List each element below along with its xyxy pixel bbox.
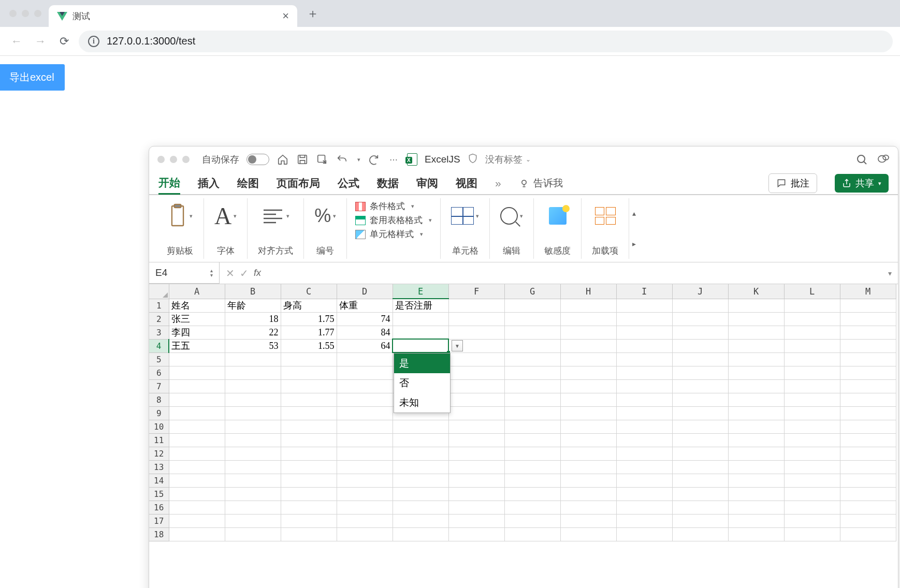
ribbon-tab-insert[interactable]: 插入: [198, 173, 220, 194]
cell[interactable]: [616, 299, 672, 312]
cell[interactable]: [840, 460, 896, 474]
cell[interactable]: [448, 487, 504, 501]
cell[interactable]: [448, 433, 504, 447]
save-as-icon[interactable]: [316, 153, 328, 166]
ribbon-group-alignment[interactable]: ▾ 对齐方式: [248, 198, 304, 259]
spreadsheet-grid[interactable]: ABCDEFGHIJKLM1姓名年龄身高体重是否注册2张三181.75743李四…: [149, 284, 898, 588]
cell[interactable]: [672, 420, 728, 433]
cell[interactable]: [784, 312, 840, 326]
ribbon-group-sensitivity[interactable]: 敏感度: [534, 198, 582, 259]
cell[interactable]: [840, 420, 896, 433]
column-header[interactable]: A: [169, 284, 225, 299]
cell[interactable]: [169, 406, 225, 420]
accept-formula-icon[interactable]: ✓: [240, 267, 249, 280]
cell[interactable]: [672, 366, 728, 379]
cell[interactable]: [560, 527, 616, 541]
cell[interactable]: [728, 299, 784, 312]
cell[interactable]: [504, 393, 560, 406]
cell[interactable]: [281, 460, 337, 474]
cell[interactable]: [560, 326, 616, 339]
cell[interactable]: [169, 420, 225, 433]
cell[interactable]: [448, 312, 504, 326]
cell[interactable]: [672, 339, 728, 352]
tell-me-button[interactable]: 告诉我: [519, 177, 563, 190]
export-excel-button[interactable]: 导出excel: [0, 64, 65, 91]
cell[interactable]: [728, 460, 784, 474]
cell[interactable]: [672, 312, 728, 326]
cell[interactable]: [504, 352, 560, 366]
cell[interactable]: 体重: [337, 299, 393, 312]
column-header[interactable]: J: [672, 284, 728, 299]
name-box[interactable]: E4 ▴▾: [149, 262, 220, 284]
ribbon-tab-view[interactable]: 视图: [456, 173, 477, 194]
cell[interactable]: [728, 393, 784, 406]
cell[interactable]: [337, 447, 393, 460]
cell[interactable]: 李四: [169, 326, 225, 339]
name-box-spinner[interactable]: ▴▾: [210, 268, 213, 277]
cell[interactable]: 王五: [169, 339, 225, 352]
cell[interactable]: [225, 487, 281, 501]
cell[interactable]: 22: [225, 326, 281, 339]
cell[interactable]: [337, 460, 393, 474]
cell[interactable]: [840, 433, 896, 447]
cell[interactable]: [281, 501, 337, 514]
cell[interactable]: [393, 460, 448, 474]
cell[interactable]: [784, 393, 840, 406]
window-maximize-icon[interactable]: [34, 10, 41, 17]
chevron-down-icon[interactable]: ⌄: [526, 156, 531, 163]
cell[interactable]: [169, 393, 225, 406]
cell[interactable]: [560, 474, 616, 487]
cell[interactable]: [728, 366, 784, 379]
column-header[interactable]: I: [616, 284, 672, 299]
formula-input[interactable]: [267, 262, 882, 284]
cell[interactable]: 年龄: [225, 299, 281, 312]
cell[interactable]: [393, 514, 448, 527]
cell[interactable]: [560, 299, 616, 312]
row-header[interactable]: 9: [149, 406, 169, 420]
cell[interactable]: [728, 447, 784, 460]
cell[interactable]: [784, 501, 840, 514]
row-header[interactable]: 12: [149, 447, 169, 460]
cell[interactable]: [448, 501, 504, 514]
cell[interactable]: [616, 393, 672, 406]
cell[interactable]: [784, 352, 840, 366]
search-icon[interactable]: [855, 153, 868, 166]
select-all-corner[interactable]: [149, 284, 169, 299]
cell[interactable]: [169, 474, 225, 487]
tags-label[interactable]: 没有标签: [485, 153, 522, 166]
ribbon-scroll-right-icon[interactable]: ▸: [632, 240, 636, 248]
row-header[interactable]: 3: [149, 326, 169, 339]
cell[interactable]: [337, 433, 393, 447]
cell[interactable]: [448, 447, 504, 460]
cell[interactable]: [393, 312, 448, 326]
cell[interactable]: [672, 527, 728, 541]
site-info-icon[interactable]: i: [88, 36, 99, 47]
back-button[interactable]: ←: [7, 32, 26, 51]
cell[interactable]: [728, 501, 784, 514]
cell[interactable]: [672, 514, 728, 527]
cell[interactable]: [225, 393, 281, 406]
cell[interactable]: [616, 527, 672, 541]
cell[interactable]: [784, 379, 840, 393]
cell[interactable]: [840, 487, 896, 501]
cell[interactable]: [281, 393, 337, 406]
cell[interactable]: [169, 501, 225, 514]
row-header[interactable]: 18: [149, 527, 169, 541]
save-icon[interactable]: [296, 153, 309, 166]
ribbon-tab-layout[interactable]: 页面布局: [277, 173, 320, 194]
cell[interactable]: [448, 393, 504, 406]
cell-validation-dropdown-button[interactable]: ▼: [452, 340, 463, 351]
cell[interactable]: [840, 339, 896, 352]
cell[interactable]: [448, 379, 504, 393]
undo-dropdown-icon[interactable]: ▾: [357, 156, 360, 163]
ribbon-group-clipboard[interactable]: ▾ 剪贴板: [156, 198, 204, 259]
cell[interactable]: [448, 299, 504, 312]
cell[interactable]: [840, 299, 896, 312]
ribbon-group-editing[interactable]: ▾ 编辑: [490, 198, 534, 259]
cell[interactable]: [337, 366, 393, 379]
cell[interactable]: 姓名: [169, 299, 225, 312]
row-header[interactable]: 1: [149, 299, 169, 312]
cell[interactable]: [504, 474, 560, 487]
cell[interactable]: [504, 312, 560, 326]
cell[interactable]: [169, 366, 225, 379]
